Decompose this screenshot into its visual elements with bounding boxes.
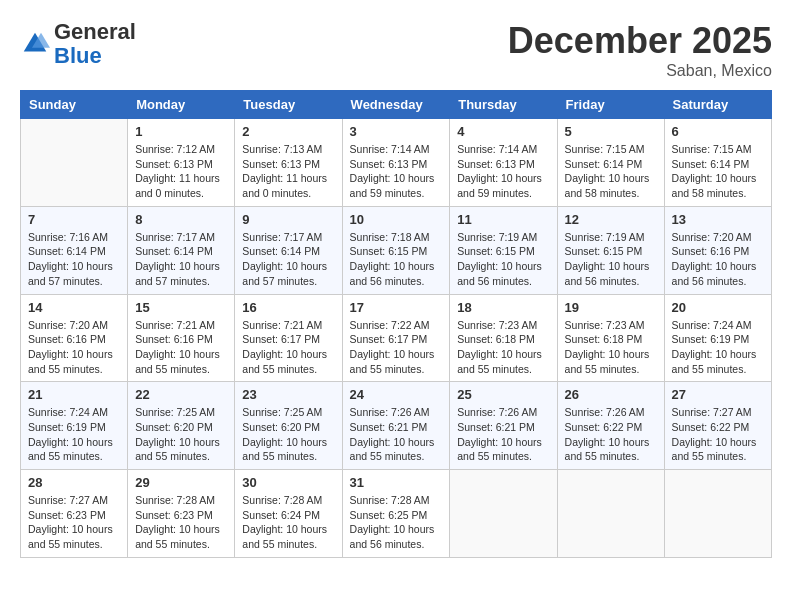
calendar-cell: 11Sunrise: 7:19 AMSunset: 6:15 PMDayligh…	[450, 206, 557, 294]
calendar-cell: 28Sunrise: 7:27 AMSunset: 6:23 PMDayligh…	[21, 470, 128, 558]
day-info: Sunrise: 7:25 AMSunset: 6:20 PMDaylight:…	[242, 405, 334, 464]
day-info: Sunrise: 7:26 AMSunset: 6:21 PMDaylight:…	[350, 405, 443, 464]
day-info: Sunrise: 7:21 AMSunset: 6:17 PMDaylight:…	[242, 318, 334, 377]
calendar-cell: 16Sunrise: 7:21 AMSunset: 6:17 PMDayligh…	[235, 294, 342, 382]
weekday-header-sunday: Sunday	[21, 91, 128, 119]
day-number: 27	[672, 387, 764, 402]
day-number: 4	[457, 124, 549, 139]
day-number: 13	[672, 212, 764, 227]
day-number: 17	[350, 300, 443, 315]
day-info: Sunrise: 7:19 AMSunset: 6:15 PMDaylight:…	[565, 230, 657, 289]
weekday-header-thursday: Thursday	[450, 91, 557, 119]
calendar-cell: 27Sunrise: 7:27 AMSunset: 6:22 PMDayligh…	[664, 382, 771, 470]
week-row-1: 1Sunrise: 7:12 AMSunset: 6:13 PMDaylight…	[21, 119, 772, 207]
calendar-cell	[664, 470, 771, 558]
calendar-cell: 13Sunrise: 7:20 AMSunset: 6:16 PMDayligh…	[664, 206, 771, 294]
page-header: General Blue December 2025 Saban, Mexico	[20, 20, 772, 80]
day-number: 24	[350, 387, 443, 402]
calendar-cell: 4Sunrise: 7:14 AMSunset: 6:13 PMDaylight…	[450, 119, 557, 207]
day-info: Sunrise: 7:24 AMSunset: 6:19 PMDaylight:…	[672, 318, 764, 377]
day-number: 1	[135, 124, 227, 139]
day-info: Sunrise: 7:28 AMSunset: 6:23 PMDaylight:…	[135, 493, 227, 552]
day-info: Sunrise: 7:14 AMSunset: 6:13 PMDaylight:…	[350, 142, 443, 201]
day-info: Sunrise: 7:28 AMSunset: 6:25 PMDaylight:…	[350, 493, 443, 552]
day-number: 26	[565, 387, 657, 402]
day-number: 22	[135, 387, 227, 402]
day-info: Sunrise: 7:14 AMSunset: 6:13 PMDaylight:…	[457, 142, 549, 201]
logo-icon	[20, 29, 50, 59]
day-number: 6	[672, 124, 764, 139]
logo-general: General	[54, 20, 136, 44]
day-info: Sunrise: 7:23 AMSunset: 6:18 PMDaylight:…	[565, 318, 657, 377]
day-info: Sunrise: 7:15 AMSunset: 6:14 PMDaylight:…	[672, 142, 764, 201]
day-number: 21	[28, 387, 120, 402]
day-number: 15	[135, 300, 227, 315]
location: Saban, Mexico	[508, 62, 772, 80]
day-info: Sunrise: 7:15 AMSunset: 6:14 PMDaylight:…	[565, 142, 657, 201]
calendar-cell: 6Sunrise: 7:15 AMSunset: 6:14 PMDaylight…	[664, 119, 771, 207]
day-number: 7	[28, 212, 120, 227]
day-number: 9	[242, 212, 334, 227]
day-number: 25	[457, 387, 549, 402]
logo-text: General Blue	[54, 20, 136, 68]
calendar-cell: 29Sunrise: 7:28 AMSunset: 6:23 PMDayligh…	[128, 470, 235, 558]
weekday-header-friday: Friday	[557, 91, 664, 119]
day-number: 16	[242, 300, 334, 315]
title-block: December 2025 Saban, Mexico	[508, 20, 772, 80]
day-info: Sunrise: 7:26 AMSunset: 6:21 PMDaylight:…	[457, 405, 549, 464]
month-title: December 2025	[508, 20, 772, 62]
calendar-cell: 12Sunrise: 7:19 AMSunset: 6:15 PMDayligh…	[557, 206, 664, 294]
logo: General Blue	[20, 20, 136, 68]
calendar-cell: 10Sunrise: 7:18 AMSunset: 6:15 PMDayligh…	[342, 206, 450, 294]
calendar-cell: 2Sunrise: 7:13 AMSunset: 6:13 PMDaylight…	[235, 119, 342, 207]
calendar-cell: 8Sunrise: 7:17 AMSunset: 6:14 PMDaylight…	[128, 206, 235, 294]
day-info: Sunrise: 7:25 AMSunset: 6:20 PMDaylight:…	[135, 405, 227, 464]
day-number: 30	[242, 475, 334, 490]
day-info: Sunrise: 7:20 AMSunset: 6:16 PMDaylight:…	[672, 230, 764, 289]
calendar-table: SundayMondayTuesdayWednesdayThursdayFrid…	[20, 90, 772, 558]
day-info: Sunrise: 7:18 AMSunset: 6:15 PMDaylight:…	[350, 230, 443, 289]
day-number: 5	[565, 124, 657, 139]
week-row-5: 28Sunrise: 7:27 AMSunset: 6:23 PMDayligh…	[21, 470, 772, 558]
day-info: Sunrise: 7:20 AMSunset: 6:16 PMDaylight:…	[28, 318, 120, 377]
day-number: 12	[565, 212, 657, 227]
calendar-cell: 15Sunrise: 7:21 AMSunset: 6:16 PMDayligh…	[128, 294, 235, 382]
day-info: Sunrise: 7:16 AMSunset: 6:14 PMDaylight:…	[28, 230, 120, 289]
day-info: Sunrise: 7:21 AMSunset: 6:16 PMDaylight:…	[135, 318, 227, 377]
calendar-cell: 24Sunrise: 7:26 AMSunset: 6:21 PMDayligh…	[342, 382, 450, 470]
calendar-cell: 3Sunrise: 7:14 AMSunset: 6:13 PMDaylight…	[342, 119, 450, 207]
weekday-header-monday: Monday	[128, 91, 235, 119]
calendar-cell: 22Sunrise: 7:25 AMSunset: 6:20 PMDayligh…	[128, 382, 235, 470]
weekday-header-tuesday: Tuesday	[235, 91, 342, 119]
day-info: Sunrise: 7:27 AMSunset: 6:23 PMDaylight:…	[28, 493, 120, 552]
day-number: 10	[350, 212, 443, 227]
week-row-3: 14Sunrise: 7:20 AMSunset: 6:16 PMDayligh…	[21, 294, 772, 382]
week-row-4: 21Sunrise: 7:24 AMSunset: 6:19 PMDayligh…	[21, 382, 772, 470]
day-number: 31	[350, 475, 443, 490]
day-number: 29	[135, 475, 227, 490]
calendar-cell: 31Sunrise: 7:28 AMSunset: 6:25 PMDayligh…	[342, 470, 450, 558]
calendar-cell: 17Sunrise: 7:22 AMSunset: 6:17 PMDayligh…	[342, 294, 450, 382]
calendar-cell	[21, 119, 128, 207]
day-number: 19	[565, 300, 657, 315]
calendar-cell: 20Sunrise: 7:24 AMSunset: 6:19 PMDayligh…	[664, 294, 771, 382]
day-info: Sunrise: 7:17 AMSunset: 6:14 PMDaylight:…	[135, 230, 227, 289]
day-number: 18	[457, 300, 549, 315]
calendar-cell: 21Sunrise: 7:24 AMSunset: 6:19 PMDayligh…	[21, 382, 128, 470]
calendar-cell: 25Sunrise: 7:26 AMSunset: 6:21 PMDayligh…	[450, 382, 557, 470]
day-info: Sunrise: 7:27 AMSunset: 6:22 PMDaylight:…	[672, 405, 764, 464]
day-info: Sunrise: 7:24 AMSunset: 6:19 PMDaylight:…	[28, 405, 120, 464]
day-number: 11	[457, 212, 549, 227]
logo-blue: Blue	[54, 44, 136, 68]
weekday-header-saturday: Saturday	[664, 91, 771, 119]
day-info: Sunrise: 7:13 AMSunset: 6:13 PMDaylight:…	[242, 142, 334, 201]
week-row-2: 7Sunrise: 7:16 AMSunset: 6:14 PMDaylight…	[21, 206, 772, 294]
calendar-cell: 5Sunrise: 7:15 AMSunset: 6:14 PMDaylight…	[557, 119, 664, 207]
calendar-cell: 7Sunrise: 7:16 AMSunset: 6:14 PMDaylight…	[21, 206, 128, 294]
day-number: 2	[242, 124, 334, 139]
calendar-cell: 23Sunrise: 7:25 AMSunset: 6:20 PMDayligh…	[235, 382, 342, 470]
day-info: Sunrise: 7:26 AMSunset: 6:22 PMDaylight:…	[565, 405, 657, 464]
day-number: 3	[350, 124, 443, 139]
day-info: Sunrise: 7:22 AMSunset: 6:17 PMDaylight:…	[350, 318, 443, 377]
day-info: Sunrise: 7:23 AMSunset: 6:18 PMDaylight:…	[457, 318, 549, 377]
